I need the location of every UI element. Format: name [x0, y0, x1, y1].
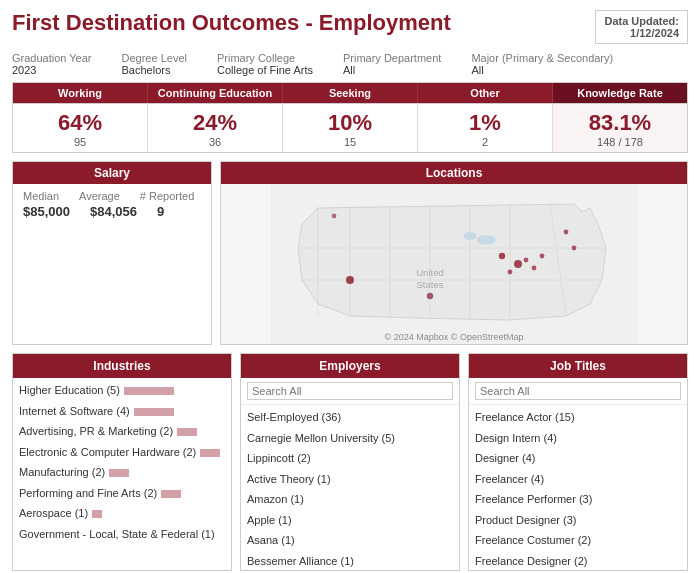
- list-item: Freelance Costumer (2): [469, 530, 687, 551]
- data-updated-badge: Data Updated: 1/12/2024: [595, 10, 688, 44]
- stat-continuing-header: Continuing Education: [148, 83, 283, 103]
- list-item: Designer (4): [469, 448, 687, 469]
- list-item: Lippincott (2): [241, 448, 459, 469]
- employers-header: Employers: [241, 354, 459, 378]
- stat-other-header: Other: [418, 83, 553, 103]
- list-item: Manufacturing (2): [13, 462, 231, 483]
- svg-point-22: [332, 214, 337, 219]
- filter-major: Major (Primary & Secondary) All: [471, 52, 613, 76]
- svg-point-17: [540, 254, 545, 259]
- filter-graduation-year: Graduation Year 2023: [12, 52, 92, 76]
- filter-primary-college: Primary College College of Fine Arts: [217, 52, 313, 76]
- industries-column: Industries Higher Education (5)Internet …: [12, 353, 232, 571]
- svg-text:United: United: [416, 267, 444, 278]
- middle-section: Salary Median Average # Reported $85,000…: [12, 161, 688, 345]
- job-titles-column: Job Titles Freelance Actor (15)Design In…: [468, 353, 688, 571]
- svg-point-18: [346, 276, 354, 284]
- filters-row: Graduation Year 2023 Degree Level Bachel…: [0, 50, 700, 82]
- stats-header-row: Working Continuing Education Seeking Oth…: [12, 82, 688, 104]
- stat-working-header: Working: [13, 83, 148, 103]
- page-title: First Destination Outcomes - Employment: [12, 10, 451, 36]
- bottom-section: Industries Higher Education (5)Internet …: [12, 353, 688, 571]
- stat-knowledge-rate-value: 83.1% 148 / 178: [553, 104, 687, 152]
- employers-search-input[interactable]: [247, 382, 453, 400]
- filter-primary-department: Primary Department All: [343, 52, 441, 76]
- svg-point-12: [514, 260, 522, 268]
- job-titles-list: Freelance Actor (15)Design Intern (4)Des…: [469, 405, 687, 570]
- list-item: Active Theory (1): [241, 469, 459, 490]
- svg-point-20: [572, 246, 577, 251]
- list-item: Internet & Software (4): [13, 401, 231, 422]
- employers-list: Self-Employed (36)Carnegie Mellon Univer…: [241, 405, 459, 570]
- list-item: Freelance Designer (2): [469, 551, 687, 571]
- stat-working-value: 64% 95: [13, 104, 148, 152]
- stat-continuing-value: 24% 36: [148, 104, 283, 152]
- list-item: Freelancer (4): [469, 469, 687, 490]
- locations-box: Locations: [220, 161, 688, 345]
- salary-values: $85,000 $84,056 9: [23, 204, 201, 219]
- industries-header: Industries: [13, 354, 231, 378]
- stat-seeking-value: 10% 15: [283, 104, 418, 152]
- salary-header: Salary: [13, 162, 211, 184]
- list-item: Asana (1): [241, 530, 459, 551]
- page-header: First Destination Outcomes - Employment …: [0, 0, 700, 50]
- list-item: Bessemer Alliance (1): [241, 551, 459, 571]
- employers-search-area: [241, 378, 459, 405]
- list-item: Freelance Actor (15): [469, 407, 687, 428]
- list-item: Product Designer (3): [469, 510, 687, 531]
- list-item: Aerospace (1): [13, 503, 231, 524]
- svg-point-1: [476, 235, 495, 245]
- stat-knowledge-rate-header: Knowledge Rate: [553, 83, 687, 103]
- svg-point-16: [532, 266, 537, 271]
- industries-list: Higher Education (5)Internet & Software …: [13, 378, 231, 543]
- list-item: Carnegie Mellon University (5): [241, 428, 459, 449]
- list-item: Design Intern (4): [469, 428, 687, 449]
- list-item: Apple (1): [241, 510, 459, 531]
- locations-header: Locations: [221, 162, 687, 184]
- list-item: Amazon (1): [241, 489, 459, 510]
- map-credit: © 2024 Mapbox © OpenStreetMap: [385, 332, 524, 342]
- list-item: Freelance Performer (3): [469, 489, 687, 510]
- svg-point-21: [427, 293, 433, 299]
- svg-point-14: [524, 258, 529, 263]
- list-item: Performing and Fine Arts (2): [13, 483, 231, 504]
- svg-point-13: [499, 253, 505, 259]
- salary-box: Salary Median Average # Reported $85,000…: [12, 161, 212, 345]
- svg-text:States: States: [416, 279, 443, 290]
- list-item: Self-Employed (36): [241, 407, 459, 428]
- map-area: United States © 2024 Mapbox © OpenStreet…: [221, 184, 687, 344]
- salary-labels: Median Average # Reported: [23, 190, 201, 202]
- salary-body: Median Average # Reported $85,000 $84,05…: [13, 184, 211, 225]
- job-titles-header: Job Titles: [469, 354, 687, 378]
- employers-column: Employers Self-Employed (36)Carnegie Mel…: [240, 353, 460, 571]
- filter-degree-level: Degree Level Bachelors: [122, 52, 187, 76]
- stat-other-value: 1% 2: [418, 104, 553, 152]
- stat-seeking-header: Seeking: [283, 83, 418, 103]
- list-item: Government - Local, State & Federal (1): [13, 524, 231, 544]
- list-item: Electronic & Computer Hardware (2): [13, 442, 231, 463]
- svg-point-15: [508, 270, 513, 275]
- svg-point-19: [564, 230, 569, 235]
- list-item: Advertising, PR & Marketing (2): [13, 421, 231, 442]
- list-item: Higher Education (5): [13, 380, 231, 401]
- job-titles-search-input[interactable]: [475, 382, 681, 400]
- stats-values-row: 64% 95 24% 36 10% 15 1% 2 83.1% 148 / 17…: [12, 104, 688, 153]
- job-titles-search-area: [469, 378, 687, 405]
